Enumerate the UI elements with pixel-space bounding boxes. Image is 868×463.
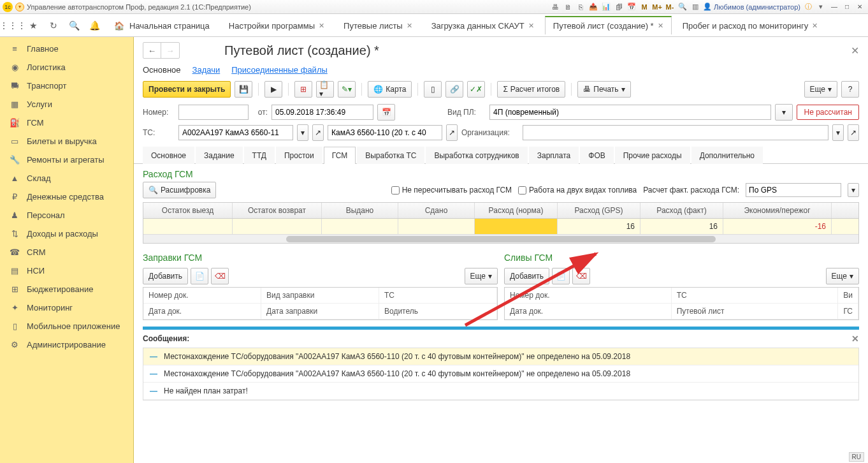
org-input[interactable] <box>523 125 828 140</box>
m-minus-button[interactable]: M- <box>665 2 675 12</box>
more-button[interactable]: Еще▾ <box>465 268 498 284</box>
link-icon[interactable]: 🔗 <box>445 81 463 98</box>
close-icon[interactable]: ✕ <box>812 22 818 30</box>
ts-input[interactable] <box>178 125 293 140</box>
tool-icon[interactable]: 📊 <box>601 2 611 12</box>
sidebar-item-2[interactable]: ⛟Транспорт <box>0 77 133 95</box>
tab-waybill-create[interactable]: Путевой лист (создание) *✕ <box>545 16 672 34</box>
subnav-files[interactable]: Присоединенные файлы <box>231 65 328 75</box>
sidebar-item-0[interactable]: ≡Главное <box>0 40 133 58</box>
date-input[interactable] <box>271 105 373 120</box>
calendar-icon[interactable]: 📅 <box>377 104 395 121</box>
tab-home[interactable]: 🏠 Начальная страница <box>106 17 218 34</box>
close-icon[interactable]: ✕ <box>658 22 663 30</box>
dropdown-icon[interactable]: ▾ <box>816 2 826 12</box>
tool-icon[interactable]: 🗎 <box>563 2 573 12</box>
close-icon[interactable]: ✕ <box>407 22 412 30</box>
grid-cell[interactable]: 16 <box>558 219 640 234</box>
drain-grid[interactable]: Номер док.ТСВи Дата док.Путевой листГС <box>504 287 859 320</box>
grid-cell[interactable] <box>322 219 398 234</box>
inner-tab[interactable]: ТТД <box>244 147 275 164</box>
panel-icon[interactable]: ▥ <box>690 2 700 12</box>
post-icon[interactable]: ▶ <box>264 81 282 98</box>
sidebar-item-5[interactable]: ▭Билеты и выручка <box>0 132 133 151</box>
more-button[interactable]: Еще▾ <box>804 81 837 98</box>
sidebar-item-12[interactable]: ▤НСИ <box>0 261 133 280</box>
copy-icon[interactable]: 📄 <box>552 268 570 284</box>
print-button[interactable]: 🖶Печать▾ <box>577 81 630 98</box>
close-icon[interactable]: ✕ <box>319 22 324 30</box>
doc-icon[interactable]: ▯ <box>424 81 442 98</box>
calc-mode-select[interactable] <box>746 183 841 197</box>
apps-icon[interactable]: ⋮⋮⋮ <box>4 17 22 34</box>
refuel-grid[interactable]: Номер док.Вид заправкиТС Дата док.Дата з… <box>143 287 498 320</box>
star-icon[interactable]: ★ <box>24 17 42 34</box>
sidebar-item-10[interactable]: ⇅Доходы и расходы <box>0 224 133 243</box>
grid-cell[interactable]: -16 <box>723 219 832 234</box>
decode-button[interactable]: 🔍Расшифровка <box>143 182 216 198</box>
subnav-tasks[interactable]: Задачи <box>192 65 221 75</box>
sidebar-item-15[interactable]: ▯Мобильное приложение <box>0 317 133 335</box>
grid-cell[interactable] <box>233 219 322 234</box>
sidebar-item-6[interactable]: 🔧Ремонты и агрегаты <box>0 151 133 169</box>
open-icon[interactable]: ↗ <box>312 124 324 141</box>
delete-icon[interactable]: ⌫ <box>572 268 590 284</box>
inner-tab[interactable]: Основное <box>143 147 194 164</box>
delete-icon[interactable]: ⌫ <box>211 268 229 284</box>
sidebar-item-9[interactable]: ♟Персонал <box>0 206 133 224</box>
vid-input[interactable] <box>489 105 771 120</box>
page-close-button[interactable]: ✕ <box>851 45 859 57</box>
tab-mileage[interactable]: Пробег и расход по мониторингу✕ <box>674 17 826 34</box>
more-button[interactable]: Еще▾ <box>826 268 859 284</box>
dropdown-icon[interactable]: ▾ <box>297 124 308 141</box>
check-icon[interactable]: ✓✗ <box>467 81 485 98</box>
inner-tab[interactable]: Прочие расходы <box>615 147 690 164</box>
open-icon[interactable]: ↗ <box>446 124 458 141</box>
tool-icon[interactable]: 🗐 <box>614 2 624 12</box>
bell-icon[interactable]: 🔔 <box>85 17 103 34</box>
dropdown-icon[interactable]: ▾ <box>832 124 844 141</box>
copy-icon[interactable]: 📄 <box>191 268 208 284</box>
sidebar-item-7[interactable]: ▲Склад <box>0 169 133 187</box>
tool-icon[interactable]: 📤 <box>588 2 598 12</box>
save-icon[interactable]: 💾 <box>235 81 252 98</box>
two-fuel-checkbox[interactable]: Работа на двух видах топлива <box>518 186 637 195</box>
inner-tab[interactable]: ФОВ <box>580 147 613 164</box>
search-icon[interactable]: 🔍 <box>65 17 83 34</box>
user-label[interactable]: 👤Любимов (администратор) <box>703 3 800 11</box>
copy-icon[interactable]: 📋▾ <box>316 81 334 98</box>
message-row[interactable]: —Местонахождение ТС/оборудования "А002АА… <box>143 365 858 383</box>
forward-button[interactable]: → <box>161 43 179 58</box>
tab-settings[interactable]: Настройки программы✕ <box>221 17 333 34</box>
m-button[interactable]: M <box>639 2 649 12</box>
message-row[interactable]: —Местонахождение ТС/оборудования "А002АА… <box>143 348 858 365</box>
structure-icon[interactable]: ⊞ <box>294 81 312 98</box>
help-button[interactable]: ? <box>841 81 859 98</box>
subnav-main[interactable]: Основное <box>143 65 181 75</box>
sidebar-item-14[interactable]: ✦Мониторинг <box>0 298 133 317</box>
sidebar-item-8[interactable]: ₽Денежные средства <box>0 187 133 206</box>
grid-cell[interactable] <box>143 219 233 234</box>
inner-tab[interactable]: Простои <box>276 147 322 164</box>
grid-cell[interactable]: 16 <box>640 219 723 234</box>
sidebar-item-11[interactable]: ☎CRM <box>0 243 133 261</box>
close-button[interactable]: ✕ <box>854 2 865 12</box>
number-input[interactable] <box>178 105 249 120</box>
inner-tab[interactable]: Зарплата <box>529 147 579 164</box>
grid-cell[interactable] <box>475 219 558 234</box>
calc-button[interactable]: ΣРасчет итогов <box>497 81 565 98</box>
post-and-close-button[interactable]: Провести и закрыть <box>143 81 231 98</box>
minimize-button[interactable]: — <box>828 2 840 12</box>
message-row[interactable]: —Не найден план затрат! <box>143 383 858 400</box>
zoom-icon[interactable]: 🔍 <box>677 2 688 12</box>
maximize-button[interactable]: □ <box>841 2 853 12</box>
scrollbar[interactable] <box>143 234 858 243</box>
tab-scout[interactable]: Загрузка данных СКАУТ✕ <box>423 17 542 34</box>
sidebar-item-4[interactable]: ⛽ГСМ <box>0 114 133 132</box>
calendar-icon[interactable]: 📅 <box>626 2 637 12</box>
sidebar-item-13[interactable]: ⊞Бюджетирование <box>0 280 133 298</box>
sidebar-item-3[interactable]: ▦Услуги <box>0 95 133 114</box>
add-button[interactable]: Добавить <box>143 268 188 284</box>
app-menu-drop[interactable]: ▾ <box>15 3 24 11</box>
inner-tab[interactable]: ГСМ <box>324 147 356 164</box>
